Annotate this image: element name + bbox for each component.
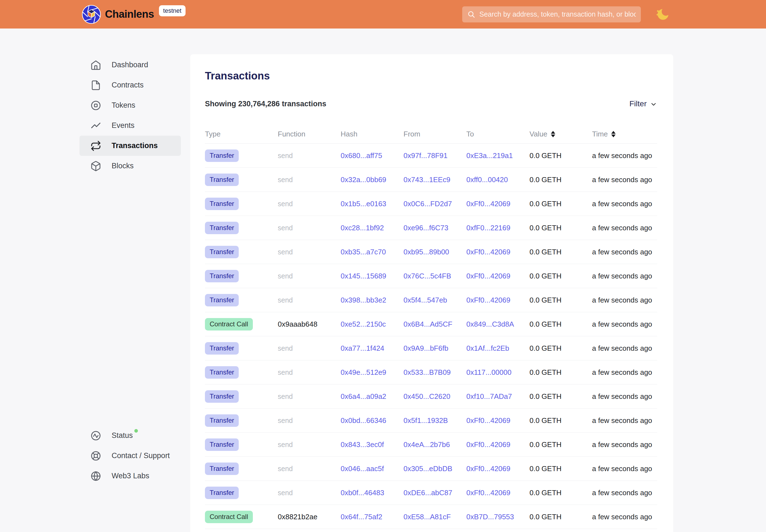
tx-from-link[interactable]: 0xb95...89b00	[404, 248, 449, 256]
sidebar-item-label: Contracts	[112, 81, 144, 89]
sidebar-item-web3-labs[interactable]: Web3 Labs	[79, 466, 181, 486]
table-row: Transfersend0x32a...0bb690x743...1EEc90x…	[205, 168, 657, 192]
sidebar-item-label: Events	[112, 121, 135, 130]
tx-to-link[interactable]: 0x849...C3d8A	[466, 320, 514, 328]
tx-hash-link[interactable]: 0xb35...a7c70	[340, 248, 386, 256]
tx-to-link[interactable]: 0xFf0...42069	[466, 416, 511, 425]
tx-to-link[interactable]: 0xFf0...42069	[466, 296, 511, 304]
tx-hash-link[interactable]: 0x0bd...66346	[340, 416, 386, 425]
tx-from-link[interactable]: 0xDE6...abC87	[404, 489, 452, 497]
tx-to-link[interactable]: 0xE3a...219a1	[466, 151, 513, 160]
tx-hash-link[interactable]: 0x046...aac5f	[340, 464, 384, 473]
tx-hash-link[interactable]: 0xb0f...46483	[340, 489, 385, 497]
tx-from-link[interactable]: 0x5f4...547eb	[404, 296, 447, 304]
tx-type-badge: Transfer	[205, 198, 239, 210]
tx-to-link[interactable]: 0xFf0...42069	[466, 464, 511, 473]
column-header-time-sort[interactable]: Time	[592, 130, 657, 138]
tx-hash-link[interactable]: 0xe52...2150c	[340, 320, 386, 328]
tx-from-link[interactable]: 0x5f1...1932B	[404, 416, 448, 425]
tx-hash-link[interactable]: 0x680...aff75	[340, 151, 382, 160]
table-row: Transfersend0x6a4...a09a20x450...C26200x…	[205, 384, 657, 409]
sidebar-item-label: Contact / Support	[112, 451, 170, 460]
sidebar-item-events[interactable]: Events	[79, 115, 181, 136]
tx-time: a few seconds ago	[592, 248, 657, 256]
chainlens-logo-icon	[82, 5, 101, 24]
tx-value: 0.0 GETH	[530, 344, 592, 353]
tx-hash-link[interactable]: 0xc28...1bf92	[340, 224, 384, 232]
tx-time: a few seconds ago	[592, 224, 657, 232]
tx-from-link[interactable]: 0x97f...78F91	[404, 151, 448, 160]
tx-from-link[interactable]: 0x4eA...2b7b6	[404, 440, 450, 449]
tx-from-link[interactable]: 0x450...C2620	[404, 392, 450, 401]
tx-time: a few seconds ago	[592, 296, 657, 304]
tx-to-link[interactable]: 0xf10...7ADa7	[466, 392, 512, 401]
tx-to-link[interactable]: 0xB7D...79553	[466, 513, 514, 521]
dark-mode-moon-icon[interactable]	[656, 7, 670, 22]
showing-count-text: Showing 230,764,286 transactions	[205, 100, 326, 108]
sidebar-item-contracts[interactable]: Contracts	[79, 75, 181, 95]
tx-function: send	[278, 368, 340, 376]
tx-from-link[interactable]: 0x743...1EEc9	[404, 175, 450, 184]
transactions-table: Type Function Hash From To Value Time Tr…	[205, 125, 657, 529]
tx-from-link[interactable]: 0xe96...f6C73	[404, 224, 448, 232]
tx-hash-link[interactable]: 0x6a4...a09a2	[340, 392, 386, 401]
tx-type-badge: Transfer	[205, 438, 239, 451]
tx-to-link[interactable]: 0x117...00000	[466, 368, 512, 376]
brand[interactable]: Chainlens testnet	[82, 5, 185, 24]
tx-hash-link[interactable]: 0x145...15689	[340, 272, 386, 280]
tx-hash-link[interactable]: 0x398...bb3e2	[340, 296, 386, 304]
cube-icon	[90, 161, 101, 172]
tx-function: send	[278, 417, 340, 425]
tx-value: 0.0 GETH	[530, 489, 592, 497]
tx-to-link[interactable]: 0xFf0...42069	[466, 489, 511, 497]
tx-time: a few seconds ago	[592, 440, 657, 449]
tx-time: a few seconds ago	[592, 175, 657, 184]
tx-from-link[interactable]: 0x76C...5c4FB	[404, 272, 451, 280]
tx-hash-link[interactable]: 0x32a...0bb69	[340, 175, 386, 184]
sidebar-item-blocks[interactable]: Blocks	[79, 156, 181, 176]
filter-label: Filter	[630, 99, 647, 108]
tx-to-link[interactable]: 0xFf0...42069	[466, 200, 511, 208]
tx-time: a few seconds ago	[592, 200, 657, 208]
tx-to-link[interactable]: 0xFf0...42069	[466, 248, 511, 256]
tx-hash-link[interactable]: 0x49e...512e9	[340, 368, 386, 376]
sidebar-footer-nav: Status Contact / Support Web3 Labs	[79, 425, 181, 486]
tx-function: send	[278, 272, 340, 280]
filter-button[interactable]: Filter	[630, 99, 657, 108]
tx-function: 0x9aaab648	[278, 320, 340, 329]
page-title: Transactions	[205, 70, 657, 82]
tx-to-link[interactable]: 0x1Af...fc2Eb	[466, 344, 509, 352]
sidebar-item-dashboard[interactable]: Dashboard	[79, 55, 181, 75]
column-header-value-sort[interactable]: Value	[530, 130, 592, 138]
table-row: Transfersend0x680...aff750x97f...78F910x…	[205, 144, 657, 168]
tx-to-link[interactable]: 0xff0...00420	[466, 175, 508, 184]
sidebar-item-transactions[interactable]: Transactions	[79, 136, 181, 156]
tx-from-link[interactable]: 0x305...eDbDB	[404, 464, 452, 473]
sidebar-item-contact-support[interactable]: Contact / Support	[79, 446, 181, 466]
tx-to-link[interactable]: 0xfF0...22169	[466, 224, 511, 232]
sidebar-item-label: Status	[112, 431, 133, 440]
tx-from-link[interactable]: 0x533...B7B09	[404, 368, 451, 376]
tx-hash-link[interactable]: 0x1b5...e0163	[340, 200, 386, 208]
sidebar-item-status[interactable]: Status	[79, 425, 181, 446]
tx-type-badge: Transfer	[205, 390, 239, 403]
table-row: Transfersend0x0bd...663460x5f1...1932B0x…	[205, 409, 657, 433]
tx-from-link[interactable]: 0x6B4...Ad5CF	[404, 320, 452, 328]
search-icon	[467, 10, 476, 19]
tx-from-link[interactable]: 0x9A9...bF6fb	[404, 344, 448, 352]
tx-to-link[interactable]: 0xFf0...42069	[466, 440, 511, 449]
tx-hash-link[interactable]: 0x843...3ec0f	[340, 440, 384, 449]
table-row: Contract Call0x8821b2ae0x64f...75af20xE5…	[205, 505, 657, 529]
table-row: Transfersend0xb35...a7c700xb95...89b000x…	[205, 240, 657, 264]
trending-icon	[90, 120, 101, 131]
search-input[interactable]	[479, 10, 636, 18]
tx-to-link[interactable]: 0xFf0...42069	[466, 272, 511, 280]
tx-from-link[interactable]: 0x0C6...FD2d7	[404, 200, 452, 208]
tx-hash-link[interactable]: 0xa77...1f424	[340, 344, 385, 352]
tx-value: 0.0 GETH	[530, 296, 592, 304]
tx-time: a few seconds ago	[592, 368, 657, 377]
search-box[interactable]	[462, 6, 641, 22]
tx-hash-link[interactable]: 0x64f...75af2	[340, 513, 382, 521]
tx-from-link[interactable]: 0xE58...A81cF	[404, 513, 451, 521]
sidebar-item-tokens[interactable]: Tokens	[79, 95, 181, 115]
